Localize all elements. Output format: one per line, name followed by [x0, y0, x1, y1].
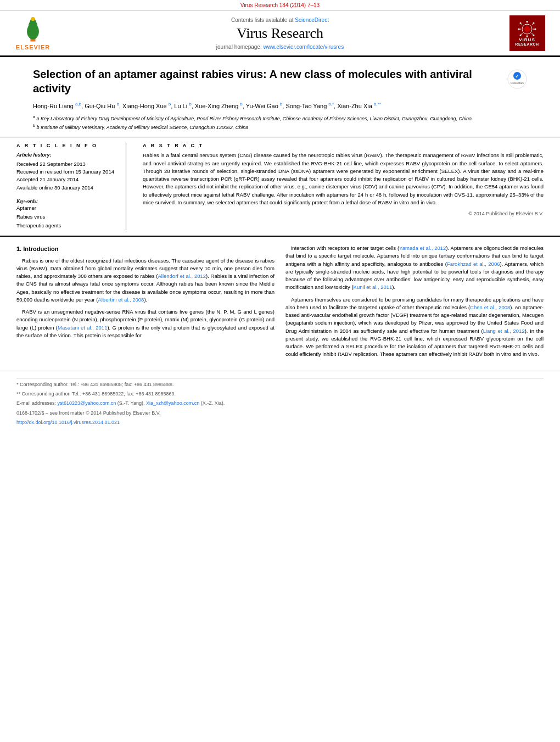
- virus-research-logo-area: VIRUS RESEARCH: [505, 15, 549, 51]
- svg-point-20: [533, 22, 535, 24]
- online-date: Available online 30 January 2014: [16, 185, 93, 191]
- article-history: Article history: Received 22 September 2…: [16, 152, 117, 192]
- svg-line-15: [521, 24, 523, 25]
- authors-text: Hong-Ru Liang a,b, Gui-Qiu Hu b, Xiang-H…: [33, 103, 381, 109]
- affiliation-a: a Key Laboratory of Fishery Drug Develop…: [36, 116, 472, 121]
- svg-point-18: [533, 34, 535, 36]
- journal-title: Virus Research: [237, 25, 323, 42]
- ref-yamada: Yamada et al., 2012: [399, 245, 446, 251]
- elsevier-logo: ELSEVIER: [16, 16, 50, 51]
- svg-text:CrossMark: CrossMark: [511, 81, 524, 85]
- doi-link[interactable]: http://dx.doi.org/10.1016/j.virusres.201…: [16, 420, 120, 425]
- body-left-column: 1. Introduction Rabies is one of the old…: [16, 244, 275, 363]
- article-info-abstract: A R T I C L E I N F O Article history: R…: [0, 137, 560, 236]
- issn-line: 0168-1702/$ – see front matter © 2014 Pu…: [16, 409, 544, 417]
- ref-kunil: Kunil et al., 2011: [354, 284, 393, 290]
- journal-ref-text: Virus Research 184 (2014) 7–13: [240, 2, 320, 8]
- email1-link[interactable]: yst610223@yahoo.com.cn: [58, 400, 116, 406]
- abstract-column: A B S T R A C T Rabies is a fatal centra…: [137, 143, 544, 230]
- journal-header-center: Contents lists available at ScienceDirec…: [60, 15, 500, 51]
- page: Virus Research 184 (2014) 7–13 ELSEVIER …: [0, 0, 560, 742]
- virus-research-logo: VIRUS RESEARCH: [509, 15, 545, 51]
- keyword-2: Rabies virus: [16, 214, 45, 220]
- intro-para1: Rabies is one of the oldest recognized f…: [16, 257, 275, 304]
- virus-logo-line1: VIRUS: [519, 37, 535, 42]
- ref-allendorf: Allendorf et al., 2012: [158, 273, 206, 279]
- svg-line-17: [531, 33, 533, 35]
- svg-point-12: [518, 28, 520, 30]
- keywords-section: Keywords: Aptamer Rabies virus Therapeut…: [16, 197, 117, 230]
- keywords-list: Aptamer Rabies virus Therapeutic agents: [16, 204, 117, 230]
- contents-available-text: Contents lists available at ScienceDirec…: [231, 17, 329, 23]
- svg-point-14: [535, 28, 536, 30]
- footer-divider: [16, 378, 544, 378]
- virus-graphic-icon: [516, 21, 538, 37]
- email-addresses: E-mail addresses: yst610223@yahoo.com.cn…: [16, 399, 544, 407]
- corresponding2: ** Corresponding author. Tel.: +86 431 8…: [16, 390, 544, 398]
- ref-albertini: Albertini et al., 2008: [98, 297, 144, 303]
- article-title: Selection of an aptamer against rabies v…: [33, 67, 502, 96]
- svg-line-19: [531, 24, 533, 25]
- svg-point-16: [520, 22, 522, 24]
- ref-masatani: Masatani et al., 2011: [58, 325, 107, 331]
- email2-link[interactable]: Xia_xzh@yahoo.com.cn: [146, 400, 199, 406]
- copyright-line: © 2014 Published by Elsevier B.V.: [143, 211, 544, 216]
- keyword-1: Aptamer: [16, 205, 36, 211]
- elsevier-text: ELSEVIER: [16, 44, 50, 51]
- elsevier-tree-icon: [19, 16, 47, 44]
- affiliation-b: b Institute of Military Veterinary, Acad…: [36, 125, 248, 130]
- footer: * Corresponding author. Tel.: +86 431 86…: [0, 371, 560, 433]
- keyword-3: Therapeutic agents: [16, 222, 61, 228]
- corresponding1: * Corresponding author. Tel.: +86 431 86…: [16, 381, 544, 388]
- elsevier-logo-area: ELSEVIER: [11, 15, 55, 51]
- article-title-row: Selection of an aptamer against rabies v…: [33, 67, 527, 96]
- ref-liang: Liang et al., 2012: [483, 328, 525, 334]
- svg-point-8: [527, 21, 528, 23]
- journal-homepage-text: journal homepage: www.elsevier.com/locat…: [216, 44, 344, 50]
- article-affiliations: a a Key Laboratory of Fishery Drug Devel…: [33, 114, 527, 131]
- svg-point-22: [520, 34, 522, 36]
- virus-logo-line2: RESEARCH: [515, 42, 539, 46]
- article-authors: Hong-Ru Liang a,b, Gui-Qiu Hu b, Xiang-H…: [33, 101, 527, 111]
- article-header: Selection of an aptamer against rabies v…: [0, 57, 560, 137]
- accepted-date: Accepted 21 January 2014: [16, 176, 79, 182]
- revised-date: Received in revised form 15 January 2014: [16, 169, 114, 175]
- section1-title: 1. Introduction: [16, 244, 275, 254]
- doi-line: http://dx.doi.org/10.1016/j.virusres.201…: [16, 419, 544, 426]
- article-info-heading: A R T I C L E I N F O: [16, 143, 117, 148]
- article-info-column: A R T I C L E I N F O Article history: R…: [16, 143, 126, 230]
- intro-para3: interaction with receptors to enter targ…: [285, 244, 544, 292]
- body-right-column: interaction with receptors to enter targ…: [285, 244, 544, 363]
- email1-name: (S.-T. Yang): [117, 400, 143, 406]
- svg-point-6: [524, 26, 530, 32]
- ref-chen: Chen et al., 2008: [470, 304, 510, 310]
- keywords-heading: Keywords:: [16, 198, 38, 204]
- abstract-heading: A B S T R A C T: [143, 143, 544, 148]
- history-heading: Article history:: [16, 152, 117, 159]
- crossmark-badge-icon[interactable]: ✓ CrossMark: [507, 69, 527, 89]
- sciencedirect-link[interactable]: ScienceDirect: [295, 17, 329, 23]
- journal-homepage-link[interactable]: www.elsevier.com/locate/virusres: [263, 44, 344, 50]
- journal-header: ELSEVIER Contents lists available at Sci…: [0, 11, 560, 57]
- journal-ref-banner: Virus Research 184 (2014) 7–13: [0, 0, 560, 11]
- intro-para4: Aptamers themselves are considered to be…: [285, 296, 544, 359]
- svg-line-21: [521, 33, 523, 35]
- abstract-text: Rabies is a fatal central nervous system…: [143, 152, 544, 207]
- email2-name: (X.-Z. Xia).: [201, 400, 225, 406]
- svg-text:✓: ✓: [515, 74, 519, 79]
- received-date: Received 22 September 2013: [16, 161, 86, 167]
- body-section: 1. Introduction Rabies is one of the old…: [0, 237, 560, 371]
- svg-point-4: [31, 16, 35, 20]
- ref-farokhzad: Farokhzad et al., 2006: [447, 261, 500, 267]
- intro-para2: RABV is an unsegmented negative-sense RN…: [16, 308, 275, 339]
